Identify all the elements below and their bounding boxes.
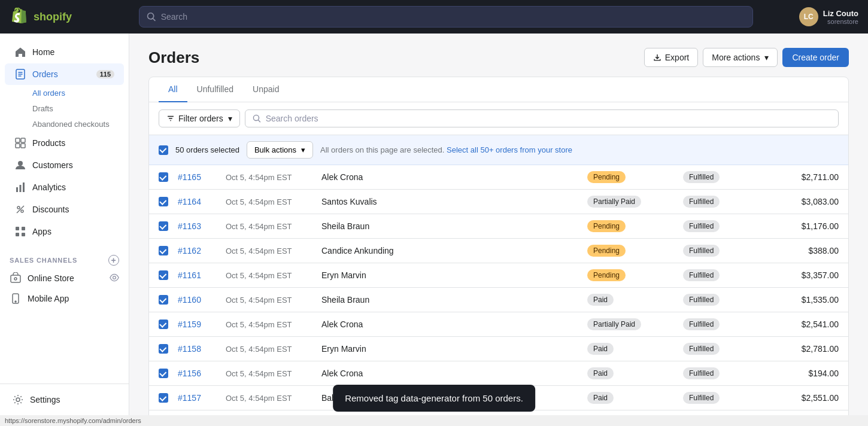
customer-name: Eryn Marvin (321, 270, 587, 280)
sidebar-item-products[interactable]: Products (5, 132, 124, 154)
table-row[interactable]: #1163 Oct 5, 4:54pm EST Sheila Braun Pen… (149, 214, 848, 239)
table-row[interactable]: #1165 Oct 5, 4:54pm EST Alek Crona Pendi… (149, 165, 848, 190)
svg-rect-7 (20, 185, 22, 192)
settings-section: Settings (0, 384, 129, 415)
search-input[interactable] (161, 12, 745, 22)
subnav-all-orders[interactable]: All orders (28, 86, 129, 101)
svg-rect-8 (23, 182, 25, 192)
svg-rect-2 (21, 138, 25, 142)
page-title: Orders (148, 48, 199, 67)
select-all-text: All orders on this page are selected. Se… (320, 145, 572, 154)
sidebar-item-analytics[interactable]: Analytics (5, 177, 124, 198)
svg-rect-3 (16, 144, 20, 148)
fulfillment-status: Fulfilled (683, 367, 720, 379)
fulfillment-status: Fulfilled (683, 171, 720, 183)
order-date: Oct 5, 4:54pm EST (226, 296, 321, 305)
row-checkbox[interactable] (159, 393, 168, 403)
order-date: Oct 5, 4:54pm EST (226, 197, 321, 206)
table-row[interactable]: #1157 Oct 5, 4:54pm EST Baby... Paid Ful… (149, 386, 848, 410)
order-date: Oct 5, 4:54pm EST (226, 222, 321, 231)
apps-icon (14, 226, 26, 238)
tab-unpaid[interactable]: Unpaid (243, 77, 289, 102)
fulfillment-status: Fulfilled (683, 220, 720, 232)
filter-orders-button[interactable]: Filter orders ▾ (159, 109, 240, 127)
search-icon (147, 12, 156, 22)
sidebar-item-customers[interactable]: Customers (5, 154, 124, 176)
sidebar-item-discounts[interactable]: Discounts (5, 199, 124, 220)
table-row[interactable]: #1159 Oct 5, 4:54pm EST Alek Crona Parti… (149, 312, 848, 337)
select-all-checkbox[interactable] (159, 145, 168, 155)
sidebar-item-label-discounts: Discounts (32, 205, 69, 214)
export-icon (653, 53, 661, 62)
table-row[interactable]: #1155 Oct 5, 4:54pm EST Alek Crona Parti… (149, 410, 848, 415)
channel-mobile-app[interactable]: Mobile App (0, 288, 129, 309)
row-checkbox[interactable] (159, 172, 168, 182)
orders-table: #1165 Oct 5, 4:54pm EST Alek Crona Pendi… (149, 165, 848, 415)
row-checkbox[interactable] (159, 369, 168, 378)
row-checkbox[interactable] (159, 344, 168, 354)
user-menu[interactable]: LC Liz Couto sorenstore (763, 7, 858, 26)
table-row[interactable]: #1156 Oct 5, 4:54pm EST Alek Crona Paid … (149, 361, 848, 386)
order-total: $388.00 (779, 246, 839, 255)
table-row[interactable]: #1162 Oct 5, 4:54pm EST Candice Ankundin… (149, 239, 848, 263)
tab-all[interactable]: All (159, 77, 187, 102)
table-row[interactable]: #1160 Oct 5, 4:54pm EST Sheila Braun Pai… (149, 288, 848, 312)
export-button[interactable]: Export (644, 48, 698, 67)
order-number: #1158 (178, 344, 226, 354)
order-number: #1164 (178, 197, 226, 206)
channel-online-store-label: Online Store (28, 273, 74, 283)
avatar: LC (799, 7, 818, 26)
row-checkbox[interactable] (159, 270, 168, 280)
row-checkbox[interactable] (159, 221, 168, 231)
row-checkbox[interactable] (159, 197, 168, 206)
visibility-icon[interactable] (110, 273, 119, 284)
selection-bar: 50 orders selected Bulk actions ▾ All or… (149, 135, 848, 165)
subnav-drafts[interactable]: Drafts (28, 101, 129, 116)
search-orders-icon (253, 114, 261, 123)
payment-status: Paid (587, 343, 614, 355)
svg-rect-4 (21, 144, 25, 148)
search-orders-field[interactable] (245, 109, 839, 127)
bulk-actions-button[interactable]: Bulk actions ▾ (247, 141, 313, 159)
global-search[interactable] (139, 6, 753, 28)
order-number: #1163 (178, 221, 226, 231)
analytics-icon (14, 181, 26, 193)
create-order-button[interactable]: Create order (782, 48, 849, 67)
sidebar-item-home[interactable]: Home (5, 41, 124, 63)
page-header: Orders Export More actions ▾ Create orde… (148, 48, 849, 67)
svg-point-16 (14, 278, 17, 280)
select-all-link[interactable]: Select all 50+ orders from your store (447, 145, 572, 154)
sidebar-item-settings[interactable]: Settings (5, 389, 124, 410)
search-orders-input[interactable] (266, 114, 831, 123)
orders-badge: 115 (96, 70, 114, 78)
table-row[interactable]: #1158 Oct 5, 4:54pm EST Eryn Marvin Paid… (149, 337, 848, 361)
sidebar-item-orders[interactable]: Orders 115 (5, 63, 124, 85)
chevron-down-icon: ▾ (764, 53, 769, 62)
subnav-abandoned[interactable]: Abandoned checkouts (28, 117, 129, 132)
tab-unfulfilled[interactable]: Unfulfilled (187, 77, 243, 102)
sales-channels-section: SALES CHANNELS + (0, 248, 129, 268)
sidebar-item-label-apps: Apps (32, 227, 51, 236)
logo-text: shopify (34, 11, 72, 23)
add-channel-button[interactable]: + (108, 255, 119, 266)
sidebar-item-apps[interactable]: Apps (5, 221, 124, 242)
table-row[interactable]: #1164 Oct 5, 4:54pm EST Santos Kuvalis P… (149, 190, 848, 214)
row-checkbox[interactable] (159, 320, 168, 329)
order-date: Oct 5, 4:54pm EST (226, 394, 321, 403)
table-row[interactable]: #1161 Oct 5, 4:54pm EST Eryn Marvin Pend… (149, 263, 848, 288)
products-icon (14, 137, 26, 149)
row-checkbox[interactable] (159, 246, 168, 255)
main-content: Orders Export More actions ▾ Create orde… (129, 34, 868, 415)
channel-online-store[interactable]: Online Store (0, 268, 129, 288)
order-date: Oct 5, 4:54pm EST (226, 247, 321, 255)
sidebar-item-label-orders: Orders (32, 69, 58, 79)
order-total: $2,551.00 (779, 393, 839, 403)
more-actions-button[interactable]: More actions ▾ (703, 48, 778, 67)
fulfillment-status: Fulfilled (683, 269, 720, 281)
orders-subnav: All orders Drafts Abandoned checkouts (0, 86, 129, 132)
logo[interactable]: shopify (10, 7, 129, 26)
payment-status: Paid (587, 294, 614, 306)
row-checkbox[interactable] (159, 295, 168, 305)
customers-icon (14, 159, 26, 171)
svg-point-10 (21, 210, 23, 212)
